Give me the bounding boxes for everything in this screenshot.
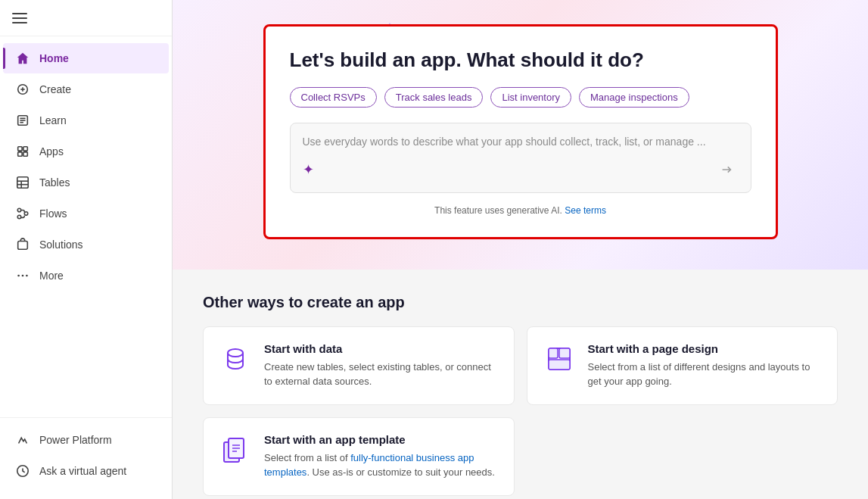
send-button[interactable] bbox=[714, 157, 739, 182]
apps-icon bbox=[15, 144, 30, 159]
see-terms-link[interactable]: See terms bbox=[565, 205, 606, 216]
suggestion-chips: Collect RSVPs Track sales leads List inv… bbox=[290, 87, 751, 108]
svg-point-15 bbox=[17, 208, 21, 212]
app-description-input-area[interactable]: Use everyday words to describe what your… bbox=[290, 123, 751, 193]
svg-point-20 bbox=[22, 275, 24, 277]
svg-rect-9 bbox=[18, 152, 22, 156]
sidebar-item-create[interactable]: Create bbox=[3, 74, 169, 104]
sidebar-item-learn[interactable]: Learn bbox=[3, 105, 169, 136]
svg-point-25 bbox=[228, 349, 243, 357]
virtual-agent-icon bbox=[15, 463, 30, 479]
sidebar-item-flows-label: Flows bbox=[39, 207, 67, 220]
sidebar-item-tables-label: Tables bbox=[39, 176, 70, 189]
svg-point-21 bbox=[26, 275, 28, 277]
flows-icon bbox=[15, 206, 30, 221]
chip-collect-rsvps[interactable]: Collect RSVPs bbox=[290, 87, 377, 108]
svg-rect-7 bbox=[18, 147, 22, 151]
learn-icon bbox=[15, 113, 30, 128]
sidebar-item-apps[interactable]: Apps bbox=[3, 136, 169, 167]
sidebar: Home Create Learn Apps T bbox=[0, 0, 173, 499]
solutions-icon bbox=[15, 237, 30, 252]
fully-functional-link[interactable]: fully-functional business app templates bbox=[264, 452, 474, 479]
card-start-with-page-design[interactable]: Start with a page design Select from a l… bbox=[527, 326, 838, 405]
card-app-template-title: Start with an app template bbox=[264, 433, 499, 446]
tables-icon bbox=[15, 175, 30, 190]
svg-rect-18 bbox=[18, 242, 28, 250]
sparkle-icon: ✦ bbox=[303, 161, 314, 178]
svg-rect-28 bbox=[559, 348, 570, 358]
sidebar-item-power-platform[interactable]: Power Platform bbox=[3, 425, 169, 455]
home-icon bbox=[15, 51, 30, 66]
sidebar-item-solutions[interactable]: Solutions bbox=[3, 229, 169, 260]
other-ways-title: Other ways to create an app bbox=[203, 294, 838, 311]
menu-button[interactable] bbox=[12, 13, 27, 23]
page-design-icon bbox=[543, 342, 576, 376]
sidebar-item-more[interactable]: More bbox=[3, 260, 169, 291]
card-start-with-data[interactable]: Start with data Create new tables, selec… bbox=[203, 326, 515, 405]
sidebar-nav: Home Create Learn Apps T bbox=[0, 36, 172, 417]
sidebar-item-flows[interactable]: Flows bbox=[3, 198, 169, 229]
sidebar-bottom: Power Platform Ask a virtual agent bbox=[0, 417, 172, 499]
sidebar-item-solutions-label: Solutions bbox=[39, 239, 83, 251]
sidebar-item-tables[interactable]: Tables bbox=[3, 167, 169, 198]
more-icon bbox=[15, 268, 30, 283]
hero-section: Let's build an app. What should it do? C… bbox=[173, 0, 868, 270]
other-ways-cards: Start with data Create new tables, selec… bbox=[203, 326, 838, 496]
sidebar-item-power-platform-label: Power Platform bbox=[39, 434, 112, 446]
sidebar-item-home[interactable]: Home bbox=[3, 43, 169, 73]
svg-rect-29 bbox=[549, 360, 570, 370]
svg-point-16 bbox=[24, 212, 28, 216]
chip-manage-inspections[interactable]: Manage inspections bbox=[579, 87, 689, 108]
card-start-with-app-template[interactable]: Start with an app template Select from a… bbox=[203, 417, 515, 496]
hero-card: Let's build an app. What should it do? C… bbox=[263, 24, 778, 239]
sidebar-item-home-label: Home bbox=[39, 52, 69, 64]
sidebar-item-ask-virtual-agent[interactable]: Ask a virtual agent bbox=[3, 456, 169, 486]
chip-list-inventory[interactable]: List inventory bbox=[490, 87, 571, 108]
ai-notice: This feature uses generative AI. See ter… bbox=[290, 205, 751, 216]
card-page-design-title: Start with a page design bbox=[588, 342, 823, 355]
sidebar-item-ask-virtual-agent-label: Ask a virtual agent bbox=[39, 465, 126, 477]
input-footer: ✦ bbox=[303, 157, 739, 182]
app-template-icon bbox=[219, 433, 252, 466]
sidebar-item-more-label: More bbox=[39, 270, 64, 282]
sidebar-item-apps-label: Apps bbox=[39, 145, 64, 157]
svg-rect-10 bbox=[23, 152, 27, 156]
card-app-template-desc: Select from a list of fully-functional b… bbox=[264, 451, 499, 480]
sidebar-item-create-label: Create bbox=[39, 83, 71, 95]
data-icon bbox=[219, 342, 252, 376]
svg-rect-8 bbox=[23, 147, 27, 151]
card-data-desc: Create new tables, select existing table… bbox=[264, 360, 499, 389]
svg-point-19 bbox=[17, 275, 20, 277]
svg-point-17 bbox=[17, 215, 21, 219]
hero-title: Let's build an app. What should it do? bbox=[290, 48, 751, 73]
svg-rect-11 bbox=[17, 177, 28, 188]
create-icon bbox=[15, 82, 30, 97]
card-data-content: Start with data Create new tables, selec… bbox=[264, 342, 499, 389]
card-page-design-desc: Select from a list of different designs … bbox=[588, 360, 823, 389]
sidebar-item-learn-label: Learn bbox=[39, 114, 67, 126]
sidebar-header bbox=[0, 0, 172, 36]
card-data-title: Start with data bbox=[264, 342, 499, 355]
main-content: Let's build an app. What should it do? C… bbox=[173, 0, 868, 499]
card-app-template-content: Start with an app template Select from a… bbox=[264, 433, 499, 480]
chip-track-sales-leads[interactable]: Track sales leads bbox=[384, 87, 484, 108]
svg-rect-27 bbox=[549, 348, 558, 358]
other-ways-section: Other ways to create an app Start with d… bbox=[173, 270, 868, 499]
input-placeholder-text: Use everyday words to describe what your… bbox=[303, 134, 739, 150]
power-platform-icon bbox=[15, 432, 30, 448]
card-page-design-content: Start with a page design Select from a l… bbox=[588, 342, 823, 389]
